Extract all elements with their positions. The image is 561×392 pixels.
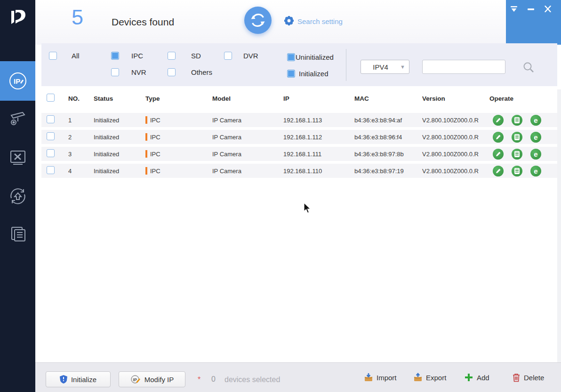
table-row: 3 Initialized IPC IP Camera 192.168.1.11… bbox=[41, 145, 557, 162]
device-table: NO. Status Type Model IP MAC Version Ope… bbox=[41, 89, 557, 179]
row-checkbox[interactable] bbox=[47, 149, 55, 157]
sidebar-item-reports[interactable] bbox=[0, 216, 35, 251]
cell-model: IP Camera bbox=[207, 134, 278, 141]
sidebar-item-ip-search[interactable]: IP bbox=[0, 61, 35, 101]
cell-version: V2.800.100Z000.0.R bbox=[417, 134, 484, 141]
col-status: Status bbox=[88, 95, 140, 102]
filter-label-uninitialized: Uninitialized bbox=[296, 53, 334, 61]
export-label: Export bbox=[426, 374, 446, 382]
delete-label: Delete bbox=[524, 374, 544, 382]
chevron-down-icon: ▼ bbox=[400, 64, 405, 70]
cell-mac: b4:36:e3:b8:96:f4 bbox=[349, 134, 417, 141]
filter-checkbox-uninitialized[interactable] bbox=[287, 53, 295, 61]
main-panel: 5 Devices found Search setting bbox=[35, 0, 561, 392]
filter-checkbox-nvr[interactable] bbox=[111, 68, 119, 76]
open-browser-button[interactable]: e bbox=[530, 132, 541, 143]
filter-label-sd: SD bbox=[191, 52, 201, 60]
edit-device-button[interactable] bbox=[493, 132, 504, 143]
import-label: Import bbox=[377, 374, 397, 382]
add-button[interactable]: Add bbox=[464, 373, 489, 382]
required-asterisk: * bbox=[198, 376, 200, 384]
ip-version-select[interactable]: IPV4 ▼ bbox=[361, 60, 409, 74]
page-title: Devices found bbox=[112, 16, 174, 28]
cell-type: IPC bbox=[140, 150, 207, 158]
initialize-button[interactable]: Initialize bbox=[46, 371, 111, 387]
cell-mac: b4:36:e3:b8:94:af bbox=[349, 117, 417, 124]
cell-version: V2.800.100Z000.0.R bbox=[417, 117, 484, 124]
filter-checkbox-sd[interactable] bbox=[168, 52, 176, 60]
export-button[interactable]: Export bbox=[413, 373, 446, 382]
refresh-button[interactable] bbox=[244, 7, 272, 34]
mouse-cursor bbox=[304, 202, 312, 215]
cell-mac: b4:36:e3:b8:97:8b bbox=[349, 151, 417, 158]
search-icon[interactable] bbox=[522, 61, 535, 75]
cell-version: V2.800.100Z000.0.R bbox=[417, 151, 484, 158]
table-row: 4 Initialized IPC IP Camera 192.168.1.11… bbox=[41, 162, 557, 179]
cell-type: IPC bbox=[140, 116, 207, 124]
search-setting-gear-icon[interactable] bbox=[284, 16, 294, 26]
sidebar-item-system-maintenance[interactable] bbox=[0, 140, 35, 175]
cell-no: 4 bbox=[63, 168, 88, 175]
filter-label-ipc: IPC bbox=[131, 52, 143, 60]
cell-mac: b4:36:e3:b8:97:19 bbox=[349, 168, 417, 175]
col-operate: Operate bbox=[484, 95, 557, 102]
col-model: Model bbox=[207, 95, 278, 102]
modify-ip-label: Modify IP bbox=[144, 376, 174, 384]
edit-device-button[interactable] bbox=[493, 166, 504, 176]
modify-ip-button[interactable]: IP Modify IP bbox=[119, 371, 185, 387]
edit-device-button[interactable] bbox=[493, 115, 504, 126]
cell-ip: 192.168.1.112 bbox=[278, 134, 349, 141]
minimize-icon[interactable] bbox=[527, 5, 535, 13]
row-checkbox[interactable] bbox=[47, 166, 55, 174]
delete-button[interactable]: Delete bbox=[512, 373, 544, 382]
search-input[interactable] bbox=[422, 60, 505, 74]
cell-no: 3 bbox=[63, 151, 88, 158]
device-details-button[interactable] bbox=[512, 166, 522, 176]
filter-label-initialized: Initialized bbox=[299, 70, 329, 78]
cell-ip: 192.168.1.111 bbox=[278, 151, 349, 158]
device-details-button[interactable] bbox=[512, 132, 522, 143]
devices-found-count: 5 bbox=[72, 5, 83, 30]
cell-model: IP Camera bbox=[207, 151, 278, 158]
collapse-window-icon[interactable] bbox=[510, 5, 518, 13]
open-browser-button[interactable]: e bbox=[530, 115, 541, 126]
filter-panel: All IPC SD DVR NVR Others bbox=[41, 43, 557, 86]
col-mac: MAC bbox=[349, 95, 417, 102]
select-all-checkbox[interactable] bbox=[47, 94, 55, 102]
window-titlebar bbox=[506, 0, 561, 45]
table-row: 1 Initialized IPC IP Camera 192.168.1.11… bbox=[41, 111, 557, 128]
filter-checkbox-ipc[interactable] bbox=[111, 52, 119, 60]
footer-toolbar: Initialize IP Modify IP * 0 devices sele… bbox=[35, 362, 561, 392]
sidebar-item-upgrade[interactable] bbox=[0, 179, 35, 214]
filter-checkbox-dvr[interactable] bbox=[224, 52, 232, 60]
cell-model: IP Camera bbox=[207, 168, 278, 175]
cell-no: 2 bbox=[63, 134, 88, 141]
row-checkbox[interactable] bbox=[47, 132, 55, 140]
filter-label-others: Others bbox=[191, 68, 212, 76]
open-browser-button[interactable]: e bbox=[530, 166, 541, 176]
config-tool-window: IP bbox=[0, 0, 561, 392]
filter-label-all: All bbox=[72, 52, 80, 60]
import-button[interactable]: Import bbox=[364, 373, 397, 382]
sidebar-item-device-config[interactable] bbox=[0, 101, 35, 136]
initialize-label: Initialize bbox=[71, 376, 96, 384]
scrollbar-track[interactable] bbox=[557, 89, 561, 362]
filter-checkbox-others[interactable] bbox=[168, 68, 176, 76]
table-header: NO. Status Type Model IP MAC Version Ope… bbox=[41, 89, 557, 107]
type-indicator-bar bbox=[145, 116, 147, 124]
row-checkbox[interactable] bbox=[47, 115, 55, 123]
type-indicator-bar bbox=[145, 150, 147, 158]
sidebar: IP bbox=[0, 0, 35, 392]
edit-device-button[interactable] bbox=[493, 149, 504, 160]
close-icon[interactable] bbox=[544, 5, 552, 13]
device-details-button[interactable] bbox=[512, 149, 522, 160]
filter-checkbox-initialized[interactable] bbox=[287, 70, 295, 78]
filter-checkbox-all[interactable] bbox=[49, 52, 57, 60]
type-indicator-bar bbox=[145, 167, 147, 175]
device-details-button[interactable] bbox=[512, 115, 522, 126]
open-browser-button[interactable]: e bbox=[530, 149, 541, 160]
ip-version-value: IPV4 bbox=[361, 63, 400, 71]
search-setting-label[interactable]: Search setting bbox=[297, 17, 343, 25]
type-indicator-bar bbox=[145, 133, 147, 141]
col-no: NO. bbox=[63, 95, 88, 102]
